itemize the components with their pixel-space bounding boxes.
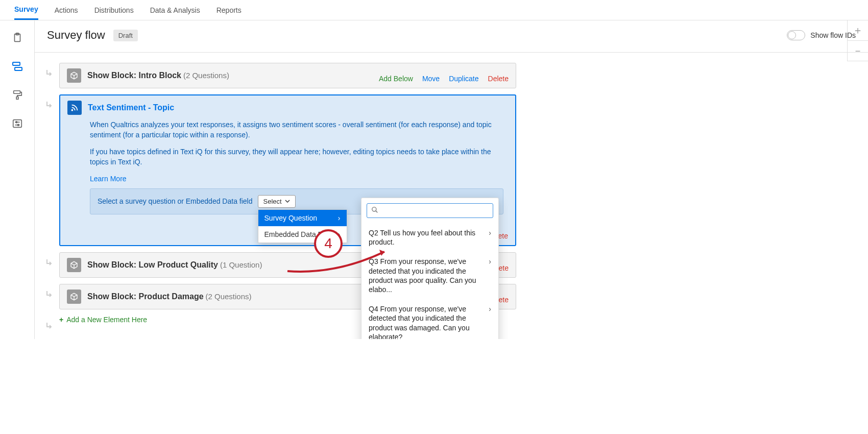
block-title: Show Block: Product Damage	[87, 292, 204, 301]
plus-icon: +	[59, 316, 63, 324]
question-submenu: Q2 Tell us how you feel about this produ…	[361, 198, 499, 339]
paint-roller-icon[interactable]	[10, 88, 25, 102]
search-icon	[371, 206, 378, 215]
svg-point-9	[15, 122, 17, 123]
svg-rect-6	[13, 120, 21, 128]
zoom-in-button[interactable]: ＋	[848, 20, 868, 41]
sentiment-desc-2: If you have topics defined in Text iQ fo…	[90, 147, 508, 167]
flow-arrow-icon	[45, 68, 55, 80]
select-dropdown[interactable]: Select Survey Question ›	[258, 195, 296, 208]
search-input[interactable]	[381, 207, 489, 215]
cube-icon	[67, 68, 81, 83]
block-intro[interactable]: Show Block: Intro Block (2 Questions) Ad…	[59, 63, 516, 88]
svg-rect-5	[16, 97, 18, 100]
submenu-item-q3[interactable]: Q3 From your response, we've detected th…	[367, 252, 493, 299]
block-title: Show Block: Intro Block	[87, 71, 181, 80]
tab-survey[interactable]: Survey	[14, 0, 38, 20]
clipboard-icon[interactable]	[10, 31, 25, 45]
chevron-right-icon: ›	[489, 228, 491, 237]
chevron-down-icon	[285, 198, 290, 205]
cube-icon	[67, 258, 81, 272]
tab-reports[interactable]: Reports	[216, 0, 242, 20]
annotation-step-circle: 4	[314, 229, 343, 258]
select-label: Select	[263, 198, 282, 205]
chevron-right-icon: ›	[489, 304, 491, 314]
svg-line-13	[376, 211, 378, 213]
page-title: Survey flow	[47, 29, 105, 42]
tab-data-analysis[interactable]: Data & Analysis	[150, 0, 200, 20]
add-below-button[interactable]: Add Below	[379, 75, 413, 83]
rss-icon	[67, 101, 82, 115]
flow-arrow-icon	[45, 100, 55, 111]
show-flow-ids-toggle[interactable]	[787, 30, 805, 40]
status-badge: Draft	[113, 30, 138, 41]
chevron-right-icon: ›	[489, 257, 491, 266]
learn-more-link[interactable]: Learn More	[90, 175, 127, 183]
block-count: (2 Questions)	[183, 71, 229, 80]
block-title: Text Sentiment - Topic	[88, 103, 174, 112]
svg-point-10	[17, 124, 19, 126]
cube-icon	[67, 290, 81, 304]
tab-actions[interactable]: Actions	[55, 0, 78, 20]
sentiment-desc-1: When Qualtrics analyzes your text respon…	[90, 120, 508, 140]
tab-distributions[interactable]: Distributions	[94, 0, 134, 20]
submenu-item-q2[interactable]: Q2 Tell us how you feel about this produ…	[367, 223, 493, 252]
svg-rect-2	[13, 62, 20, 65]
page-header: Survey flow Draft Show flow IDs	[35, 20, 868, 53]
block-count: (1 Question)	[220, 260, 262, 269]
flow-arrow-icon	[45, 289, 55, 301]
delete-button[interactable]: Delete	[488, 75, 509, 83]
submenu-item-q4[interactable]: Q4 From your response, we've detected th…	[367, 299, 493, 339]
left-rail	[0, 20, 35, 339]
select-prompt-label: Select a survey question or Embedded Dat…	[98, 197, 253, 205]
flow-icon[interactable]	[10, 59, 25, 74]
svg-rect-4	[13, 91, 20, 94]
dropdown-item-survey-question[interactable]: Survey Question ›	[258, 210, 347, 226]
svg-point-12	[372, 207, 376, 211]
settings-sliders-icon[interactable]	[10, 116, 25, 131]
chevron-right-icon: ›	[338, 214, 341, 222]
svg-rect-3	[15, 67, 22, 70]
block-count: (2 Questions)	[205, 292, 251, 301]
move-button[interactable]: Move	[422, 75, 440, 83]
svg-point-11	[71, 110, 73, 111]
search-input-wrap[interactable]	[367, 203, 493, 218]
flow-arrow-icon	[45, 321, 55, 332]
top-tabs: Survey Actions Distributions Data & Anal…	[0, 0, 868, 20]
duplicate-button[interactable]: Duplicate	[449, 75, 478, 83]
block-title: Show Block: Low Product Quality	[87, 260, 218, 269]
flow-arrow-icon	[45, 257, 55, 269]
